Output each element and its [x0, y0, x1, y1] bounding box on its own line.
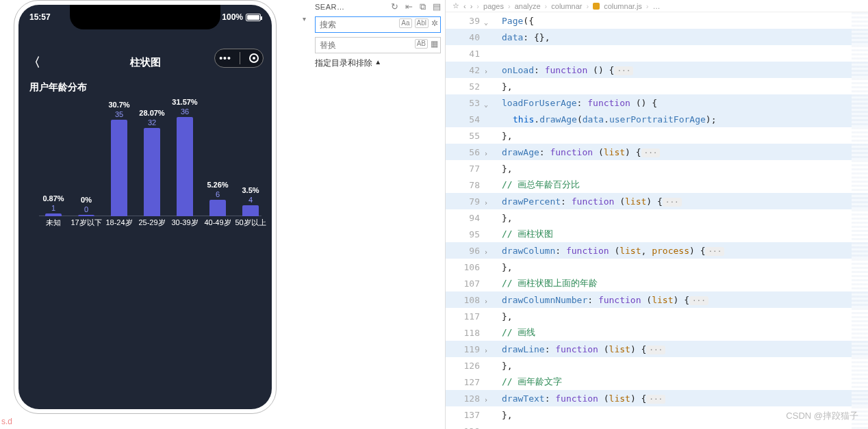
fold-icon[interactable]: ⌄ — [481, 101, 488, 108]
line-number: 42› — [446, 65, 487, 75]
close-program-icon[interactable] — [249, 53, 259, 63]
minimap[interactable] — [852, 12, 868, 429]
new-file-icon[interactable]: ⧉ — [420, 1, 426, 12]
code-line[interactable]: 52}, — [446, 78, 868, 94]
code-line[interactable]: 54this.drawAge(data.userPortraitForAge); — [446, 111, 868, 127]
bar-count-label: 0 — [72, 205, 101, 213]
bookmark-icon[interactable]: ☆ — [452, 1, 459, 10]
fold-icon[interactable]: › — [481, 298, 488, 305]
collapse-icon[interactable]: ▤ — [433, 1, 441, 12]
expand-replace-icon[interactable]: ▾ — [303, 15, 306, 23]
x-axis-label: 17岁以下 — [68, 218, 105, 228]
code-content: this.drawAge(data.userPortraitForAge); — [487, 114, 716, 125]
code-line[interactable]: 106}, — [446, 259, 868, 275]
chart-title: 用户年龄分布 — [29, 81, 87, 94]
line-number: 119› — [446, 344, 487, 354]
battery-icon — [246, 14, 261, 21]
capsule-menu[interactable]: ••• — [214, 49, 264, 68]
crumb-3[interactable]: columnar.js — [604, 2, 642, 10]
phone-screen: 15:57 100% 〈 柱状图 ••• 用户年龄分布 0.87%1未知0%01… — [18, 5, 272, 409]
chart-bar — [111, 120, 127, 216]
code-line[interactable]: 108›drawColumnNumber: function (list) {·… — [446, 291, 868, 308]
fold-icon[interactable]: › — [481, 68, 488, 75]
fold-icon[interactable]: › — [481, 348, 488, 354]
code-line[interactable]: 55}, — [446, 127, 868, 144]
code-line[interactable]: 95// 画柱状图 — [446, 226, 868, 242]
code-content: loadForUserAge: function () { — [487, 98, 657, 108]
code-line[interactable]: 138 — [446, 423, 868, 429]
match-case-icon[interactable]: Aa — [399, 18, 411, 28]
code-line[interactable]: 117}, — [446, 308, 868, 324]
line-number: 41 — [446, 49, 487, 59]
line-number: 138 — [446, 426, 487, 430]
code-content: }, — [487, 164, 513, 174]
code-line[interactable]: 126}, — [446, 357, 868, 374]
whole-word-icon[interactable]: Abl — [415, 18, 429, 28]
search-panel: SEAR… ↻ ⇤ ⧉ ▤ ▾ Aa Abl ✲ AB ▦ 指定目录和排除 ▲ — [312, 0, 444, 69]
search-box: Aa Abl ✲ — [315, 16, 441, 33]
code-line[interactable]: 40data: {}, — [446, 29, 868, 45]
code-line[interactable]: 77}, — [446, 160, 868, 177]
code-line[interactable]: 127// 画年龄文字 — [446, 374, 868, 390]
page-title: 柱状图 — [130, 56, 161, 69]
code-line[interactable]: 94}, — [446, 209, 868, 226]
code-content: onLoad: function () {··· — [487, 65, 633, 75]
more-icon[interactable]: ••• — [219, 53, 231, 64]
replace-box: AB ▦ — [315, 37, 441, 53]
regex-icon[interactable]: ✲ — [431, 18, 438, 28]
code-line[interactable]: 78// 画总年龄百分比 — [446, 177, 868, 193]
code-line[interactable]: 53⌄loadForUserAge: function () { — [446, 94, 868, 111]
x-axis-label: 40-49岁 — [199, 218, 236, 228]
crumb-1[interactable]: analyze — [515, 2, 541, 10]
chart-bar — [177, 117, 193, 216]
crumb-0[interactable]: pages — [483, 2, 504, 10]
code-line[interactable]: 128›drawText: function (list) {··· — [446, 390, 868, 406]
refresh-icon[interactable]: ↻ — [391, 1, 398, 12]
bar-count-label: 4 — [236, 196, 265, 204]
history-back-icon[interactable]: ‹ — [463, 2, 466, 10]
line-number: 117 — [446, 311, 487, 322]
bar-percent-label: 30.7% — [101, 101, 138, 109]
fold-icon[interactable]: › — [481, 249, 488, 256]
code-body[interactable]: 39⌄Page({40data: {},4142›onLoad: functio… — [446, 12, 868, 429]
crumb-2[interactable]: columnar — [551, 2, 582, 10]
x-axis-label: 18-24岁 — [101, 218, 138, 228]
code-line[interactable]: 39⌄Page({ — [446, 12, 868, 29]
code-line[interactable]: 119›drawLine: function (list) {··· — [446, 341, 868, 357]
fold-icon[interactable]: › — [481, 151, 488, 157]
bar-percent-label: 5.26% — [199, 181, 236, 189]
code-line[interactable]: 79›drawPercent: function (list) {··· — [446, 193, 868, 209]
bar-count-label: 6 — [203, 190, 232, 198]
code-content: drawPercent: function (list) {··· — [487, 196, 682, 207]
battery-percent: 100% — [222, 12, 243, 22]
phone-simulator: 15:57 100% 〈 柱状图 ••• 用户年龄分布 0.87%1未知0%01… — [14, 0, 288, 424]
code-content: }, — [487, 361, 513, 371]
clear-icon[interactable]: ⇤ — [405, 1, 413, 12]
crumb-4[interactable]: … — [653, 2, 661, 10]
code-content: // 画年龄文字 — [487, 376, 562, 388]
back-button[interactable]: 〈 — [28, 54, 40, 70]
js-file-icon — [593, 3, 600, 10]
code-line[interactable]: 118// 画线 — [446, 324, 868, 341]
capsule-separator — [240, 52, 240, 64]
chart-bar — [45, 213, 62, 216]
code-content: data: {}, — [487, 32, 550, 42]
bar-percent-label: 31.57% — [166, 98, 203, 106]
code-content: drawAge: function (list) {··· — [487, 147, 660, 157]
fold-icon[interactable]: ⌄ — [481, 19, 488, 26]
bar-count-label: 36 — [170, 107, 199, 116]
replace-all-icon[interactable]: ▦ — [431, 39, 438, 49]
code-line[interactable]: 41 — [446, 45, 868, 62]
code-line[interactable]: 96›drawColumn: function (list, process) … — [446, 242, 868, 259]
line-number: 94 — [446, 213, 487, 223]
include-exclude-toggle[interactable]: 指定目录和排除 ▲ — [315, 57, 444, 69]
phone-notch — [70, 5, 220, 29]
code-line[interactable]: 42›onLoad: function () {··· — [446, 62, 868, 78]
fold-icon[interactable]: › — [481, 397, 488, 404]
history-fwd-icon[interactable]: › — [470, 2, 473, 10]
preserve-case-icon[interactable]: AB — [415, 39, 428, 49]
status-right: 100% — [222, 12, 261, 22]
fold-icon[interactable]: › — [481, 200, 488, 207]
code-line[interactable]: 107// 画柱状图上面的年龄 — [446, 275, 868, 291]
code-line[interactable]: 56›drawAge: function (list) {··· — [446, 144, 868, 160]
